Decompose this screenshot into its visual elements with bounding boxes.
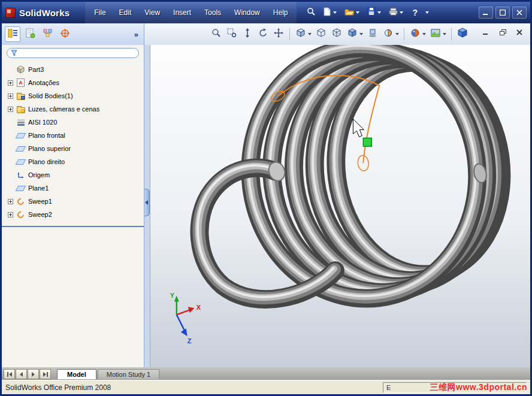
maximize-button[interactable] [495,7,510,19]
zoom-to-fit-button[interactable] [209,27,223,41]
triad-y-label: Y [170,292,175,299]
tree-filter[interactable] [7,48,139,58]
open-button[interactable] [343,5,361,20]
panel-split-bar[interactable] [2,226,144,227]
search-button[interactable] [305,5,317,20]
tree-item-material[interactable]: AISI 1020 [2,116,144,129]
tree-item-label: Luzes, câmeras e cenas [28,105,99,113]
hidden-lines-visible-button[interactable] [330,27,344,41]
splitter-collapse-handle[interactable] [144,189,150,216]
zoom-to-fit-icon [211,28,221,40]
new-document-button[interactable] [321,5,338,20]
tree-item-solid-bodies[interactable]: Solid Bodies(1) [2,89,144,102]
tree-filter-input[interactable] [20,49,135,57]
dropdown-caret-icon[interactable] [333,11,337,14]
expand-toggle[interactable] [8,93,13,99]
expand-toggle[interactable] [8,199,13,204]
tree-item-annotations[interactable]: A Anotações [2,76,144,89]
app-title: SolidWorks [19,8,69,18]
tree-item-label: Plano direito [28,158,65,165]
tab-configurationmanager[interactable] [40,26,55,42]
model-canvas[interactable]: Y X Z [150,45,530,367]
rotate-view-button[interactable] [256,27,270,41]
help-button[interactable]: ? [409,7,421,18]
dropdown-caret-icon[interactable] [377,11,381,14]
tree-item-plane1[interactable]: Plane1 [2,182,144,195]
shadows-button[interactable] [365,27,380,41]
expand-toggle[interactable] [8,212,13,217]
tab-motion-study-1[interactable]: Motion Study 1 [98,369,159,380]
menu-file[interactable]: File [87,2,112,23]
tree-item-right-plane[interactable]: Plano direito [2,155,144,168]
doc-minimize-icon [483,29,489,35]
rotate-view-icon [258,28,268,40]
tree-item-sweep2[interactable]: Sweep2 [2,208,144,221]
menu-tools[interactable]: Tools [198,2,228,23]
tab-propertymanager[interactable] [22,26,38,42]
appearance-button[interactable] [408,27,422,41]
save-icon [367,7,376,18]
doc-minimize-button[interactable] [480,27,492,38]
standard-views-caret-icon[interactable] [308,33,312,35]
panel-splitter[interactable] [144,45,150,367]
standard-views-button[interactable] [294,27,308,41]
statusbar: SolidWorks Office Premium 2008 E 三维网www.… [2,380,530,394]
menu-edit[interactable]: Edit [113,2,138,23]
shadows-icon [368,28,377,40]
doc-restore-icon [500,29,506,35]
tree-item-front-plane[interactable]: Plano frontal [2,129,144,142]
expand-toggle[interactable] [8,107,13,112]
wireframe-button[interactable] [314,27,328,41]
doc-close-button[interactable] [513,27,525,38]
selection-handle[interactable] [363,138,371,146]
tree-item-label: Anotações [28,79,59,86]
tree-item-origin[interactable]: Origem [2,168,144,182]
sweep-icon [16,198,26,205]
view-cube-icon [457,28,468,41]
tab-scroll-first-button[interactable] [4,369,15,379]
wireframe-icon [316,28,326,40]
section-caret-icon[interactable] [395,33,399,35]
tab-model[interactable]: Model [57,369,96,380]
display-style-caret-icon[interactable] [359,33,363,35]
dropdown-caret-icon[interactable] [400,11,403,14]
tree-root-part3[interactable]: Part3 [2,63,144,76]
tab-featuremanager[interactable] [5,26,20,42]
tree-item-label: Plane1 [28,185,49,192]
panel-overflow-chevron[interactable]: » [132,30,141,39]
pan-button[interactable] [271,27,286,41]
close-button[interactable] [512,7,527,19]
search-icon [307,7,315,18]
help-dropdown-caret-icon[interactable] [425,11,429,14]
featuremanager-icon [8,28,18,41]
save-button[interactable] [365,5,383,20]
apply-scene-button[interactable] [428,27,443,41]
appearance-caret-icon[interactable] [422,33,426,35]
tab-scroll-last-button[interactable] [40,369,51,379]
section-view-button[interactable] [381,27,395,41]
minimize-button[interactable] [479,7,493,19]
tree-item-lights-cameras[interactable]: Luzes, câmeras e cenas [2,102,144,116]
expand-toggle[interactable] [8,80,13,86]
menu-window[interactable]: Window [228,2,267,23]
statusbar-edition-text: SolidWorks Office Premium 2008 [5,383,111,392]
menu-help[interactable]: Help [267,2,295,23]
menu-insert[interactable]: Insert [167,2,198,23]
shaded-with-edges-button[interactable] [345,27,359,41]
feature-tree: Part3 A Anotações Solid Bodies(1) Luzes,… [2,62,144,227]
minimize-icon [483,7,489,18]
doc-restore-button[interactable] [497,27,509,38]
tree-item-top-plane[interactable]: Plano superior [2,142,144,155]
tree-item-sweep1[interactable]: Sweep1 [2,195,144,208]
scene-caret-icon[interactable] [443,33,446,35]
dropdown-caret-icon[interactable] [356,11,359,14]
zoom-to-area-button[interactable] [225,27,239,41]
view-cube-button[interactable] [455,27,470,41]
menu-view[interactable]: View [138,2,167,23]
tab-scroll-prev-button[interactable] [16,369,27,379]
tab-scroll-next-button[interactable] [28,369,39,379]
tree-item-label: Solid Bodies(1) [28,92,73,99]
print-button[interactable] [387,5,405,20]
tab-dimxpertmanager[interactable] [57,26,72,42]
zoom-in-out-button[interactable] [240,27,255,41]
